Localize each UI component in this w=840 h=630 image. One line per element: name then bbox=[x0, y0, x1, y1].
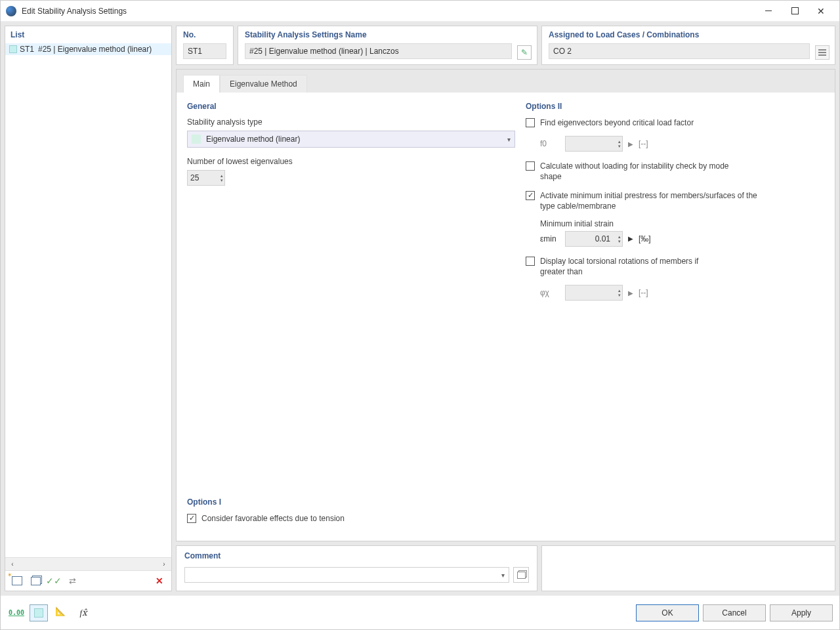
ok-button[interactable]: OK bbox=[636, 604, 699, 621]
header-row: No. ST1 Stability Analysis Settings Name… bbox=[176, 26, 835, 65]
color-button[interactable] bbox=[30, 604, 48, 621]
spin-icon[interactable]: ▴▾ bbox=[220, 173, 223, 182]
name-box: Stability Analysis Settings Name #25 | E… bbox=[238, 26, 537, 65]
apply-button[interactable]: Apply bbox=[770, 604, 833, 621]
chk-prestress-label: Activate minimum initial prestress for m… bbox=[540, 190, 763, 211]
list-pane: List ST1 #25 | Eigenvalue method (linear… bbox=[5, 26, 172, 591]
phix-unit: [--] bbox=[639, 288, 648, 297]
chk-tension[interactable] bbox=[187, 514, 196, 523]
tab-main[interactable]: Main bbox=[183, 75, 220, 93]
checkall-button[interactable]: ✓✓ bbox=[46, 574, 62, 588]
scroll-left-icon[interactable]: ‹ bbox=[8, 560, 17, 569]
copy-icon bbox=[31, 577, 41, 585]
emin-unit: [‰] bbox=[639, 234, 651, 243]
fx-button[interactable]: fx̂ bbox=[74, 604, 93, 621]
play-icon[interactable]: ▶ bbox=[628, 235, 633, 242]
tab-strip: Main Eigenvalue Method bbox=[177, 70, 835, 93]
neig-input[interactable]: 25 ▴▾ bbox=[187, 170, 225, 186]
dimensions-button[interactable] bbox=[52, 604, 70, 621]
comment-title: Comment bbox=[184, 551, 529, 560]
list-item[interactable]: ST1 #25 | Eigenvalue method (linear) bbox=[5, 43, 171, 55]
tab-eigenvalue-method[interactable]: Eigenvalue Method bbox=[220, 75, 307, 93]
list-header: List bbox=[5, 26, 171, 43]
list-body[interactable]: ST1 #25 | Eigenvalue method (linear) bbox=[5, 43, 171, 557]
assign-box: Assigned to Load Cases / Combinations CO… bbox=[541, 26, 835, 65]
color-square-icon bbox=[34, 608, 43, 618]
delete-icon: ✕ bbox=[156, 576, 163, 586]
comment-row: Comment ▾ bbox=[176, 545, 835, 591]
chk-noload[interactable] bbox=[526, 161, 535, 171]
new-button[interactable] bbox=[9, 574, 25, 588]
cancel-button[interactable]: Cancel bbox=[703, 604, 766, 621]
stability-type-select[interactable]: Eigenvalue method (linear) ▾ bbox=[187, 131, 515, 148]
right-blank-box bbox=[541, 545, 835, 591]
assign-label: Assigned to Load Cases / Combinations bbox=[549, 30, 828, 39]
decimal-icon: 0.00 bbox=[9, 609, 24, 616]
uncheck-icon: ⇄ bbox=[69, 576, 76, 586]
section-opt2-title: Options II bbox=[526, 102, 824, 111]
list-toolbar: ✓✓ ⇄ ✕ bbox=[5, 570, 171, 591]
comment-input[interactable]: ▾ bbox=[184, 567, 509, 583]
tab-body: General Stability analysis type Eigenval… bbox=[177, 93, 835, 541]
tab-container: Main Eigenvalue Method General Stability… bbox=[176, 69, 835, 541]
list-item-code: ST1 bbox=[20, 45, 34, 54]
min-strain-label: Minimum initial strain bbox=[540, 219, 824, 228]
spin-icon[interactable]: ▴▾ bbox=[618, 234, 621, 243]
number-field[interactable]: ST1 bbox=[183, 43, 226, 59]
close-button[interactable]: ✕ bbox=[808, 1, 834, 21]
play-icon[interactable]: ▶ bbox=[628, 289, 633, 297]
chk-noload-label: Calculate without loading for instabilit… bbox=[540, 161, 730, 182]
assign-picker-button[interactable] bbox=[815, 45, 830, 60]
left-column: General Stability analysis type Eigenval… bbox=[187, 102, 515, 532]
edit-name-button[interactable]: ✎ bbox=[517, 45, 532, 60]
maximize-button[interactable] bbox=[782, 1, 808, 21]
units-button[interactable]: 0.00 bbox=[7, 604, 26, 621]
emin-value: 0.01 bbox=[568, 234, 620, 243]
chk-torsion-label: Display local torsional rotations of mem… bbox=[540, 256, 717, 277]
chk-prestress[interactable] bbox=[526, 191, 535, 200]
spin-icon[interactable]: ▴▾ bbox=[618, 139, 621, 148]
chk-torsion-row: Display local torsional rotations of mem… bbox=[526, 256, 824, 277]
delete-button[interactable]: ✕ bbox=[152, 574, 167, 588]
scroll-right-icon[interactable]: › bbox=[159, 560, 169, 569]
type-color-icon bbox=[9, 45, 17, 53]
dialog-window: Edit Stability Analysis Settings ✕ List … bbox=[0, 0, 840, 630]
assign-field[interactable]: CO 2 bbox=[549, 43, 810, 59]
spin-icon[interactable]: ▴▾ bbox=[618, 288, 621, 297]
f0-symbol: f0 bbox=[540, 139, 560, 148]
phix-input[interactable]: ▴▾ bbox=[565, 285, 623, 301]
list-icon bbox=[818, 49, 826, 56]
footer: 0.00 fx̂ OK Cancel Apply bbox=[1, 595, 839, 629]
titlebar: Edit Stability Analysis Settings ✕ bbox=[1, 1, 839, 22]
comment-library-button[interactable] bbox=[513, 567, 529, 583]
play-icon[interactable]: ▶ bbox=[628, 140, 633, 148]
chk-eigvec-row: Find eigenvectors beyond critical load f… bbox=[526, 117, 824, 128]
number-box: No. ST1 bbox=[176, 26, 234, 65]
neig-value: 25 bbox=[190, 173, 199, 182]
list-item-desc: #25 | Eigenvalue method (linear) bbox=[38, 45, 152, 54]
right-column: Options II Find eigenvectors beyond crit… bbox=[526, 102, 824, 532]
chk-eigvec-label: Find eigenvectors beyond critical load f… bbox=[540, 117, 694, 128]
horizontal-scrollbar[interactable]: ‹ › bbox=[5, 557, 171, 570]
section-options1: Options I Consider favorable effects due… bbox=[187, 497, 515, 532]
type-label: Stability analysis type bbox=[187, 117, 515, 127]
stability-type-value: Eigenvalue method (linear) bbox=[206, 135, 300, 144]
emin-input[interactable]: 0.01▴▾ bbox=[565, 231, 623, 247]
f0-input[interactable]: ▴▾ bbox=[565, 136, 623, 152]
chk-torsion[interactable] bbox=[526, 257, 535, 266]
name-field[interactable]: #25 | Eigenvalue method (linear) | Lancz… bbox=[245, 43, 512, 59]
minimize-button[interactable] bbox=[755, 1, 782, 21]
section-general-title: General bbox=[187, 102, 515, 111]
app-icon bbox=[6, 6, 16, 16]
check-icon: ✓✓ bbox=[46, 576, 62, 586]
main-pane: No. ST1 Stability Analysis Settings Name… bbox=[176, 26, 835, 591]
emin-row: εmin 0.01▴▾ ▶ [‰] bbox=[540, 231, 824, 247]
library-icon bbox=[517, 572, 526, 579]
chk-prestress-row: Activate minimum initial prestress for m… bbox=[526, 190, 824, 211]
maximize-icon bbox=[791, 7, 799, 14]
chk-eigvec[interactable] bbox=[526, 118, 535, 127]
uncheck-button[interactable]: ⇄ bbox=[64, 574, 80, 588]
neig-label: Number of lowest eigenvalues bbox=[187, 157, 515, 166]
copy-button[interactable] bbox=[28, 574, 43, 588]
type-color-swatch bbox=[192, 135, 201, 144]
